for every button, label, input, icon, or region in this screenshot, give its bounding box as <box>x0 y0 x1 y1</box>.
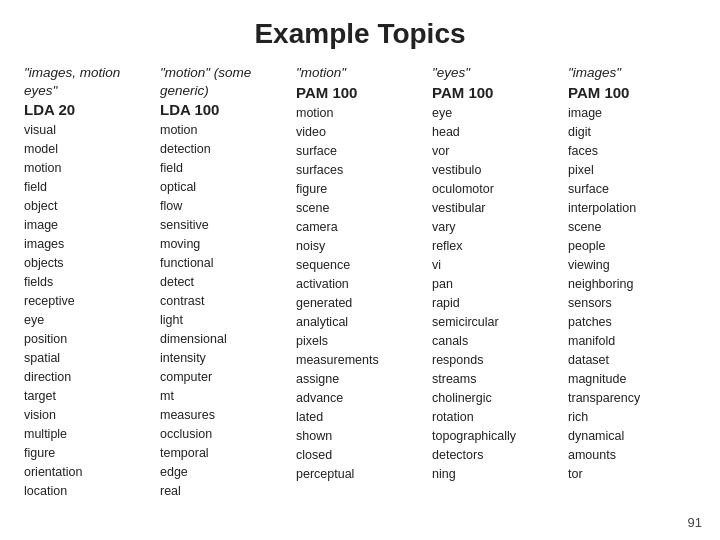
list-item: rapid <box>432 294 560 313</box>
list-item: responds <box>432 351 560 370</box>
list-item: figure <box>296 180 424 199</box>
column-col5: "images"PAM 100imagedigitfacespixelsurfa… <box>564 64 700 484</box>
list-item: sensitive <box>160 216 288 235</box>
list-item: functional <box>160 254 288 273</box>
col-header-bold-col5: PAM 100 <box>568 84 696 101</box>
list-item: people <box>568 237 696 256</box>
list-item: flow <box>160 197 288 216</box>
list-item: measures <box>160 406 288 425</box>
list-item: occlusion <box>160 425 288 444</box>
list-item: spatial <box>24 349 152 368</box>
list-item: intensity <box>160 349 288 368</box>
list-item: assigne <box>296 370 424 389</box>
list-item: rich <box>568 408 696 427</box>
list-item: objects <box>24 254 152 273</box>
list-item: visual <box>24 121 152 140</box>
col-header-italic-col2: "motion" (some generic) <box>160 64 288 99</box>
list-item: transparency <box>568 389 696 408</box>
list-item: real <box>160 482 288 501</box>
list-item: activation <box>296 275 424 294</box>
column-col4: "eyes"PAM 100eyeheadvorvestibulooculomot… <box>428 64 564 484</box>
col-header-italic-col5: "images" <box>568 64 696 82</box>
list-item: cholinergic <box>432 389 560 408</box>
list-item: light <box>160 311 288 330</box>
columns-container: "images, motion eyes"LDA 20visualmodelmo… <box>20 64 700 501</box>
list-item: edge <box>160 463 288 482</box>
list-item: field <box>160 159 288 178</box>
col-header-bold-col2: LDA 100 <box>160 101 288 118</box>
list-item: position <box>24 330 152 349</box>
list-item: canals <box>432 332 560 351</box>
list-item: magnitude <box>568 370 696 389</box>
list-item: dataset <box>568 351 696 370</box>
list-item: analytical <box>296 313 424 332</box>
list-item: streams <box>432 370 560 389</box>
page-title: Example Topics <box>20 18 700 50</box>
list-item: scene <box>296 199 424 218</box>
list-item: contrast <box>160 292 288 311</box>
list-item: images <box>24 235 152 254</box>
col-items-col3: motionvideosurfacesurfacesfigurescenecam… <box>296 104 424 484</box>
list-item: moving <box>160 235 288 254</box>
list-item: reflex <box>432 237 560 256</box>
list-item: object <box>24 197 152 216</box>
list-item: faces <box>568 142 696 161</box>
list-item: motion <box>160 121 288 140</box>
list-item: location <box>24 482 152 501</box>
column-col2: "motion" (some generic)LDA 100motiondete… <box>156 64 292 501</box>
col-header-bold-col4: PAM 100 <box>432 84 560 101</box>
list-item: topographically <box>432 427 560 446</box>
list-item: measurements <box>296 351 424 370</box>
col-header-italic-col1: "images, motion eyes" <box>24 64 152 99</box>
list-item: noisy <box>296 237 424 256</box>
list-item: video <box>296 123 424 142</box>
list-item: digit <box>568 123 696 142</box>
page: Example Topics "images, motion eyes"LDA … <box>0 0 720 540</box>
list-item: dimensional <box>160 330 288 349</box>
list-item: fields <box>24 273 152 292</box>
list-item: surfaces <box>296 161 424 180</box>
list-item: oculomotor <box>432 180 560 199</box>
list-item: tor <box>568 465 696 484</box>
column-col3: "motion"PAM 100motionvideosurfacesurface… <box>292 64 428 484</box>
list-item: pixels <box>296 332 424 351</box>
list-item: mt <box>160 387 288 406</box>
col-items-col2: motiondetectionfieldopticalflowsensitive… <box>160 121 288 501</box>
col-header-italic-col4: "eyes" <box>432 64 560 82</box>
list-item: head <box>432 123 560 142</box>
list-item: patches <box>568 313 696 332</box>
list-item: orientation <box>24 463 152 482</box>
list-item: generated <box>296 294 424 313</box>
list-item: image <box>568 104 696 123</box>
col-header-bold-col3: PAM 100 <box>296 84 424 101</box>
list-item: vary <box>432 218 560 237</box>
list-item: temporal <box>160 444 288 463</box>
col-header-italic-col3: "motion" <box>296 64 424 82</box>
list-item: surface <box>568 180 696 199</box>
list-item: motion <box>24 159 152 178</box>
list-item: dynamical <box>568 427 696 446</box>
list-item: pan <box>432 275 560 294</box>
list-item: sequence <box>296 256 424 275</box>
list-item: amounts <box>568 446 696 465</box>
col-items-col1: visualmodelmotionfieldobjectimageimageso… <box>24 121 152 501</box>
list-item: sensors <box>568 294 696 313</box>
list-item: vision <box>24 406 152 425</box>
page-number: 91 <box>688 515 702 530</box>
list-item: detectors <box>432 446 560 465</box>
list-item: interpolation <box>568 199 696 218</box>
col-header-bold-col1: LDA 20 <box>24 101 152 118</box>
list-item: semicircular <box>432 313 560 332</box>
list-item: detection <box>160 140 288 159</box>
list-item: direction <box>24 368 152 387</box>
list-item: lated <box>296 408 424 427</box>
list-item: neighboring <box>568 275 696 294</box>
list-item: eye <box>432 104 560 123</box>
col-items-col5: imagedigitfacespixelsurfaceinterpolation… <box>568 104 696 484</box>
list-item: receptive <box>24 292 152 311</box>
list-item: optical <box>160 178 288 197</box>
column-col1: "images, motion eyes"LDA 20visualmodelmo… <box>20 64 156 501</box>
list-item: perceptual <box>296 465 424 484</box>
list-item: vi <box>432 256 560 275</box>
list-item: target <box>24 387 152 406</box>
